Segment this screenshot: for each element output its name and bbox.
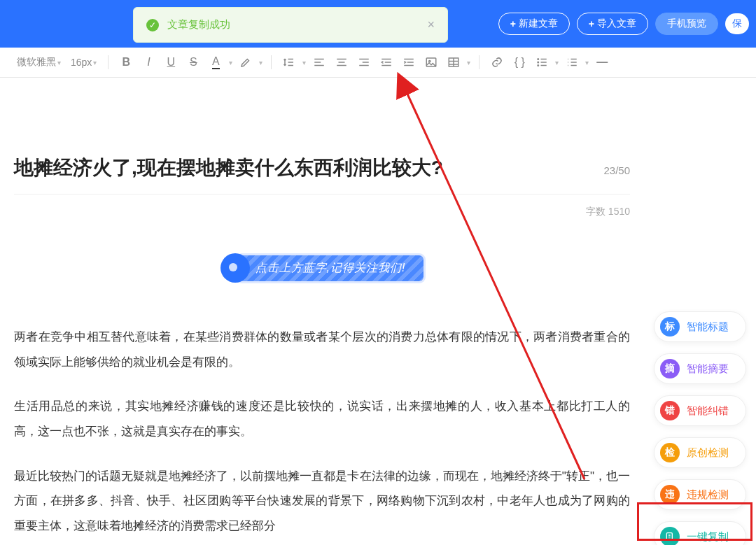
svg-point-4 <box>538 62 539 63</box>
original-check-button[interactable]: 检 原创检测 <box>654 437 746 468</box>
close-icon[interactable]: × <box>427 17 435 32</box>
font-family-label: 微软雅黑 <box>17 56 56 69</box>
bold-button[interactable]: B <box>117 53 135 71</box>
new-article-button[interactable]: +新建文章 <box>498 13 570 35</box>
chevron-down-icon[interactable]: ▾ <box>259 59 262 66</box>
chevron-down-icon[interactable]: ▾ <box>302 59 306 66</box>
code-button[interactable]: { } <box>510 53 528 71</box>
paragraph[interactable]: 两者在竞争中相互替代意味着，在某些消费群体的数量或者某个层次的消费力总体有限的情… <box>14 325 630 374</box>
align-left-button[interactable] <box>310 53 328 71</box>
svg-point-5 <box>538 65 539 66</box>
badge-icon: 摘 <box>660 359 680 378</box>
chevron-down-icon[interactable]: ▾ <box>555 59 559 66</box>
ordered-list-button[interactable] <box>563 53 581 71</box>
phone-preview-button[interactable]: 手机预览 <box>655 13 718 35</box>
paragraph[interactable]: 生活用品总的来说，其实地摊经济赚钱的速度还是比较快的，说实话，出来摆地摊的人，收… <box>14 394 630 444</box>
chevron-down-icon[interactable]: ▾ <box>585 59 589 66</box>
violation-check-button[interactable]: 违 违规检测 <box>654 479 746 510</box>
badge-icon: 违 <box>660 485 680 504</box>
smart-title-label: 智能标题 <box>687 320 729 334</box>
underline-button[interactable]: U <box>162 53 180 71</box>
copy-icon <box>660 527 680 545</box>
align-center-button[interactable] <box>332 53 351 71</box>
strikethrough-button[interactable]: S <box>184 53 202 71</box>
editor-area[interactable]: 地摊经济火了,现在摆地摊卖什么东西利润比较大? 23/50 字数 1510 点击… <box>0 78 644 545</box>
smart-correct-button[interactable]: 错 智能纠错 <box>654 395 746 426</box>
link-button[interactable] <box>488 53 506 71</box>
unordered-list-button[interactable] <box>533 53 551 71</box>
chevron-down-icon[interactable]: ▾ <box>229 59 232 66</box>
svg-point-1 <box>429 60 430 62</box>
indent-decrease-button[interactable] <box>377 53 396 71</box>
separator <box>271 55 272 69</box>
follow-banner: 点击上方蓝字,记得关注我们! <box>14 253 630 283</box>
banner-dot-icon <box>220 253 250 283</box>
separator <box>479 55 479 69</box>
table-button[interactable] <box>444 53 463 71</box>
one-click-copy-label: 一键复制 <box>687 530 729 544</box>
paragraph[interactable]: 最近比较热门的话题无疑就是地摊经济了，以前摆地摊一直都是卡在法律的边缘，而现在，… <box>14 464 630 539</box>
indent-increase-button[interactable] <box>400 53 418 71</box>
new-article-label: 新建文章 <box>519 17 558 30</box>
smart-summary-button[interactable]: 摘 智能摘要 <box>654 353 746 384</box>
badge-icon: 检 <box>660 443 680 462</box>
align-right-button[interactable] <box>355 53 373 71</box>
image-button[interactable] <box>422 53 440 71</box>
title-char-counter: 23/50 <box>603 164 630 176</box>
success-toast: ✓ 文章复制成功 × <box>133 7 448 43</box>
article-content[interactable]: 两者在竞争中相互替代意味着，在某些消费群体的数量或者某个层次的消费力总体有限的情… <box>14 325 630 539</box>
horizontal-rule-button[interactable]: — <box>593 53 611 71</box>
font-size-label: 16px <box>71 57 92 68</box>
plus-icon: + <box>589 18 594 29</box>
save-button[interactable]: 保 <box>725 13 749 34</box>
chevron-down-icon: ▾ <box>93 59 97 66</box>
article-title[interactable]: 地摊经济火了,现在摆地摊卖什么东西利润比较大? <box>14 155 603 181</box>
svg-point-3 <box>538 59 539 60</box>
word-count: 字数 1510 <box>14 206 630 218</box>
editor-toolbar: 微软雅黑 ▾ 16px ▾ B I U S A ▾ ▾ ▾ ▾ { } ▾ ▾ … <box>0 48 756 78</box>
banner-text: 点击上方蓝字,记得关注我们! <box>237 255 424 281</box>
font-family-select[interactable]: 微软雅黑 ▾ <box>14 55 64 70</box>
original-check-label: 原创检测 <box>687 446 729 460</box>
smart-correct-label: 智能纠错 <box>687 404 729 418</box>
italic-button[interactable]: I <box>139 53 158 71</box>
highlight-button[interactable] <box>237 53 255 71</box>
plus-icon: + <box>510 18 516 29</box>
badge-icon: 标 <box>660 317 680 337</box>
toast-message: 文章复制成功 <box>167 18 419 31</box>
separator <box>108 55 108 69</box>
badge-icon: 错 <box>660 401 680 420</box>
chevron-down-icon: ▾ <box>57 59 61 66</box>
one-click-copy-button[interactable]: 一键复制 <box>654 521 746 545</box>
import-article-button[interactable]: +导入文章 <box>577 13 648 35</box>
chevron-down-icon[interactable]: ▾ <box>467 59 470 66</box>
save-label: 保 <box>732 17 742 30</box>
violation-check-label: 违规检测 <box>687 488 729 502</box>
import-article-label: 导入文章 <box>597 17 636 30</box>
check-icon: ✓ <box>146 19 159 31</box>
divider <box>14 194 630 194</box>
smart-summary-label: 智能摘要 <box>687 362 729 376</box>
smart-title-button[interactable]: 标 智能标题 <box>654 311 746 342</box>
line-height-button[interactable] <box>280 53 298 71</box>
side-action-panel: 标 智能标题 摘 智能摘要 错 智能纠错 检 原创检测 违 违规检测 一键复制 <box>654 311 746 545</box>
phone-preview-label: 手机预览 <box>667 17 706 30</box>
font-size-select[interactable]: 16px ▾ <box>68 55 99 69</box>
text-color-button[interactable]: A <box>206 53 225 71</box>
